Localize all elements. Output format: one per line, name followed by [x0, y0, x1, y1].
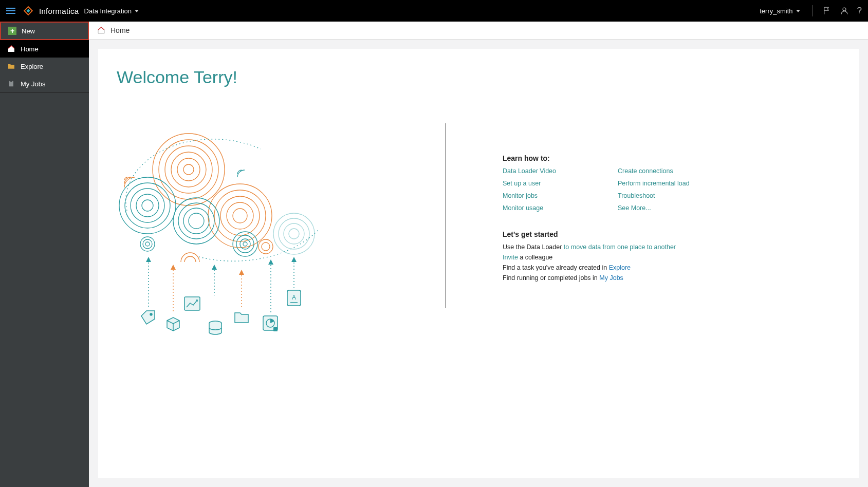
app-header: Informatica Data Integration terry_smith… [0, 0, 868, 22]
learn-link[interactable]: Set up a user [503, 180, 556, 187]
svg-point-21 [233, 209, 247, 223]
learn-link[interactable]: Perform incremental load [618, 180, 690, 187]
started-link[interactable]: to move data from one place to another [564, 244, 676, 251]
svg-point-17 [208, 184, 272, 248]
started-title: Let's get started [503, 230, 690, 238]
home-card: Welcome Terry! [98, 49, 859, 478]
svg-point-20 [227, 202, 253, 229]
help-icon[interactable]: ? [857, 6, 862, 16]
main-area: Home Welcome Terry! [89, 22, 868, 487]
user-menu[interactable]: terry_smith [760, 7, 800, 15]
sidebar-item-home[interactable]: Home [0, 40, 89, 58]
breadcrumb-current: Home [110, 26, 130, 34]
chevron-down-icon [135, 10, 139, 12]
svg-point-38 [145, 242, 150, 246]
svg-rect-52 [184, 297, 200, 310]
sidebar-new-label: New [22, 27, 35, 35]
learn-link[interactable]: Create connections [618, 167, 690, 175]
svg-marker-48 [239, 270, 244, 275]
svg-rect-56 [273, 327, 278, 331]
started-line: Use the Data Loader to move data from on… [503, 244, 690, 251]
svg-point-10 [177, 158, 200, 181]
breadcrumb: Home [89, 22, 868, 40]
svg-rect-4 [9, 81, 13, 87]
svg-marker-49 [268, 259, 273, 265]
started-line: Find running or completed jobs in My Job… [503, 274, 690, 282]
started-line: Find a task you've already created in Ex… [503, 264, 690, 271]
folder-icon [7, 62, 15, 70]
service-name: Data Integration [84, 7, 132, 15]
svg-point-37 [143, 239, 152, 249]
svg-point-18 [214, 190, 266, 241]
plus-icon: + [8, 27, 16, 35]
cloud-illustration: A [117, 123, 415, 344]
svg-point-11 [183, 164, 194, 175]
svg-point-24 [183, 208, 209, 234]
vertical-divider [446, 123, 446, 308]
flag-icon[interactable] [822, 6, 832, 15]
svg-marker-45 [146, 257, 151, 262]
started-line: Invite a colleague [503, 254, 690, 261]
learn-link[interactable]: See More... [618, 204, 690, 212]
svg-point-14 [131, 189, 164, 222]
sidebar-item-explore[interactable]: Explore [0, 58, 89, 75]
svg-point-28 [240, 239, 250, 249]
svg-point-33 [279, 218, 309, 249]
svg-point-36 [140, 237, 155, 251]
svg-point-12 [119, 177, 176, 234]
svg-point-35 [289, 229, 299, 239]
svg-rect-5 [10, 80, 12, 82]
user-icon[interactable] [840, 6, 849, 15]
sidebar-item-label: My Jobs [21, 80, 45, 88]
chevron-down-icon [796, 10, 800, 12]
sidebar-item-label: Home [21, 45, 39, 53]
learn-link[interactable]: Monitor jobs [503, 192, 556, 199]
svg-point-32 [273, 213, 315, 254]
divider [0, 92, 89, 93]
username: terry_smith [760, 7, 792, 15]
svg-point-16 [142, 200, 153, 211]
svg-marker-47 [212, 265, 217, 270]
started-link-myjobs[interactable]: My Jobs [599, 274, 623, 282]
learn-title: Learn how to: [503, 154, 690, 162]
svg-point-29 [243, 242, 247, 246]
hamburger-icon[interactable] [6, 6, 16, 16]
svg-point-3 [843, 8, 846, 11]
svg-point-7 [159, 140, 218, 199]
svg-point-34 [284, 223, 304, 244]
right-panel: Learn how to: Data Loader Video Set up a… [503, 123, 690, 344]
svg-marker-50 [291, 257, 297, 262]
started-link-explore[interactable]: Explore [609, 264, 631, 271]
learn-link[interactable]: Data Loader Video [503, 167, 556, 175]
clipboard-icon [7, 80, 15, 88]
service-switcher[interactable]: Data Integration [84, 7, 139, 15]
svg-point-27 [236, 235, 254, 253]
divider [812, 5, 813, 16]
svg-point-6 [153, 134, 225, 205]
svg-text:A: A [292, 294, 296, 301]
svg-point-13 [125, 183, 170, 228]
svg-point-51 [150, 313, 152, 315]
sidebar: + New Home Explore My Jobs [0, 22, 89, 487]
svg-point-9 [171, 152, 206, 187]
svg-point-8 [165, 146, 212, 193]
svg-point-31 [262, 242, 270, 251]
learn-link[interactable]: Monitor usage [503, 204, 556, 212]
sidebar-item-myjobs[interactable]: My Jobs [0, 75, 89, 92]
sidebar-item-label: Explore [21, 63, 43, 70]
svg-point-25 [189, 213, 204, 229]
home-icon [97, 26, 105, 34]
informatica-logo-icon [23, 5, 34, 16]
sidebar-new-button[interactable]: + New [0, 22, 89, 40]
brand-name: Informatica [39, 7, 79, 15]
svg-point-15 [136, 194, 159, 217]
learn-link[interactable]: Troubleshoot [618, 192, 690, 199]
welcome-heading: Welcome Terry! [117, 67, 840, 87]
started-link[interactable]: Invite [503, 254, 518, 261]
svg-marker-46 [171, 265, 176, 270]
home-icon [7, 45, 15, 53]
svg-point-30 [258, 239, 273, 254]
